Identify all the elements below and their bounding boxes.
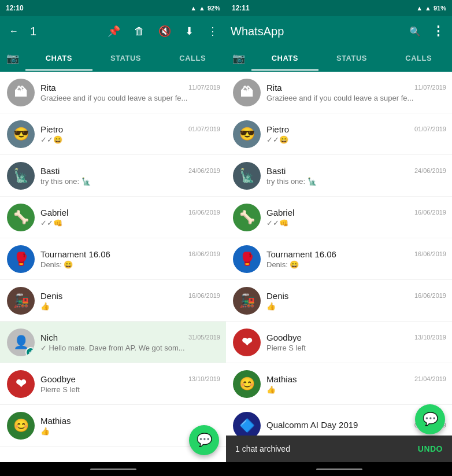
more-button[interactable]: ⋮ [204,23,221,40]
right-camera-icon: 📷 [232,52,245,65]
app-title: WhatsApp [231,25,401,38]
right-chat-name-denis: Denis [266,291,288,301]
right-wifi-icon: ▲ [425,5,431,12]
right-chat-item-tournament[interactable]: 🥊 Tournament 16.06 16/06/2019 Denis: 😄 [226,238,452,280]
right-chat-item-denis[interactable]: 🚂 Denis 16/06/2019 👍 [226,280,452,322]
right-camera-tab[interactable]: 📷 [226,52,251,65]
left-tab-chats[interactable]: CHATS [25,46,92,71]
right-chat-preview-basti: try this one: 🗽 [266,177,446,186]
chat-icon: 💬 [197,433,212,448]
avatar-goodbye: ❤ [7,370,35,398]
right-chat-name-gabriel: Gabriel [266,208,294,217]
undo-button[interactable]: UNDO [418,444,443,453]
chat-name-rita: Rita [40,83,56,93]
right-avatar-denis: 🚂 [233,287,261,315]
right-status-bar: 12:11 ▲ ▲ 91% [226,0,452,16]
right-chat-preview-tournament: Denis: 😄 [266,260,446,269]
right-chat-date-rita: 11/07/2019 [414,84,446,91]
right-avatar-rita: 🏔 [233,79,261,106]
right-chat-date-basti: 24/06/2019 [414,167,446,174]
right-tab-chats[interactable]: CHATS [251,46,318,71]
search-button[interactable]: 🔍 [406,22,424,40]
left-tab-calls[interactable]: CALLS [159,46,226,71]
back-icon: ← [9,26,18,36]
archive-button[interactable]: ⬇ [181,23,197,40]
right-chat-date-pietro: 01/07/2019 [414,126,446,132]
right-tab-calls[interactable]: CALLS [385,46,452,71]
right-chat-date-mathias: 21/04/2019 [414,375,446,382]
right-chat-name-mathias: Mathias [266,374,297,384]
right-chat-preview-pietro: ✓✓😄 [266,135,446,144]
right-avatar-qualcomm: 🔷 [233,412,261,436]
left-tab-status[interactable]: STATUS [92,46,160,71]
chat-date-tournament: 16/06/2019 [188,250,220,257]
right-app-toolbar: WhatsApp 🔍 ⋮ [226,16,452,46]
right-chat-name-goodbye: Goodbye [266,333,302,342]
right-signal-icon: ▲ [416,5,423,12]
chat-item-nich[interactable]: 👤 ✓ Nich 31/05/2019 ✓ Hello mate. Dave f… [0,322,226,363]
left-signal-icon: ▲ [190,5,197,12]
left-wifi-icon: ▲ [199,5,205,12]
right-tab-status[interactable]: STATUS [318,46,386,71]
right-nav-bar [226,462,452,476]
chat-content-rita: Rita 11/07/2019 Grazieee and if you coul… [40,83,220,102]
chat-preview-pietro: ✓✓😄 [40,135,220,144]
chat-content-nich: Nich 31/05/2019 ✓ Hello mate. Dave from … [40,333,220,352]
right-chat-item-rita[interactable]: 🏔 Rita 11/07/2019 Grazieee and if you co… [226,72,452,113]
chat-name-denis: Denis [40,291,62,301]
right-chat-item-goodbye[interactable]: ❤ Goodbye 13/10/2019 Pierre S left [226,322,452,363]
mute-button[interactable]: 🔇 [155,23,175,40]
archive-snackbar: 1 chat archived UNDO [226,436,452,462]
avatar-denis: 🚂 [7,287,35,315]
right-avatar-gabriel: 🦴 [233,204,261,231]
chat-item-basti[interactable]: 🗽 Basti 24/06/2019 try this one: 🗽 [0,155,226,197]
chat-item-goodbye[interactable]: ❤ Goodbye 13/10/2019 Pierre S left [0,363,226,405]
left-nav-bar [0,462,226,476]
right-time: 12:11 [232,4,250,12]
chat-item-rita[interactable]: 🏔 Rita 11/07/2019 Grazieee and if you co… [0,72,226,113]
right-home-indicator [316,468,362,470]
more-options-button[interactable]: ⋮ [429,22,447,40]
chat-item-gabriel[interactable]: 🦴 Gabriel 16/06/2019 ✓✓👊 [0,197,226,238]
back-button[interactable]: ← [5,22,23,40]
delete-button[interactable]: 🗑 [131,23,148,40]
pin-button[interactable]: 📌 [104,23,124,40]
chat-item-tournament[interactable]: 🥊 Tournament 16.06 16/06/2019 Denis: 😄 [0,238,226,280]
chat-date-basti: 24/06/2019 [188,167,220,174]
left-camera-tab[interactable]: 📷 [0,52,25,65]
new-chat-fab[interactable]: 💬 [189,425,219,455]
chat-name-basti: Basti [40,166,60,176]
chat-item-pietro[interactable]: 😎 Pietro 01/07/2019 ✓✓😄 [0,113,226,155]
right-tab-bar: 📷 CHATS STATUS CALLS [226,46,452,72]
right-chat-preview-goodbye: Pierre S left [266,344,446,352]
chat-date-goodbye: 13/10/2019 [188,375,220,382]
avatar-tournament: 🥊 [7,245,35,273]
chat-preview-nich: ✓ Hello mate. Dave from AP. We got som..… [40,344,220,352]
right-new-chat-fab[interactable]: 💬 [415,404,445,434]
chat-name-goodbye: Goodbye [40,374,76,384]
left-panel: 12:10 ▲ ▲ 92% ← 1 📌 🗑 🔇 ⬇ ⋮ 📷 CHATS STAT… [0,0,226,476]
chat-date-nich: 31/05/2019 [188,334,220,341]
chat-date-pietro: 01/07/2019 [188,126,220,132]
left-time: 12:10 [6,4,24,12]
right-chat-preview-denis: 👍 [266,302,446,311]
chat-item-denis[interactable]: 🚂 Denis 16/06/2019 👍 [0,280,226,322]
chat-content-denis: Denis 16/06/2019 👍 [40,291,220,311]
right-chat-name-tournament: Tournament 16.06 [266,249,336,259]
right-chat-item-gabriel[interactable]: 🦴 Gabriel 16/06/2019 ✓✓👊 [226,197,452,238]
right-avatar-goodbye: ❤ [233,329,261,356]
camera-icon: 📷 [6,52,19,65]
right-chat-item-pietro[interactable]: 😎 Pietro 01/07/2019 ✓✓😄 [226,113,452,155]
right-chat-item-basti[interactable]: 🗽 Basti 24/06/2019 try this one: 🗽 [226,155,452,197]
chat-preview-tournament: Denis: 😄 [40,260,220,269]
chat-name-gabriel: Gabriel [40,208,68,217]
right-chat-preview-mathias: 👍 [266,385,446,394]
right-avatar-basti: 🗽 [233,162,261,190]
chat-content-basti: Basti 24/06/2019 try this one: 🗽 [40,166,220,186]
left-battery: 92% [208,5,220,12]
right-chat-list: 🏔 Rita 11/07/2019 Grazieee and if you co… [226,72,452,436]
avatar-nich: 👤 ✓ [7,329,35,356]
chat-name-tournament: Tournament 16.06 [40,249,110,259]
more-icon: ⋮ [432,24,444,39]
right-chat-item-mathias[interactable]: 😊 Mathias 21/04/2019 👍 [226,363,452,405]
